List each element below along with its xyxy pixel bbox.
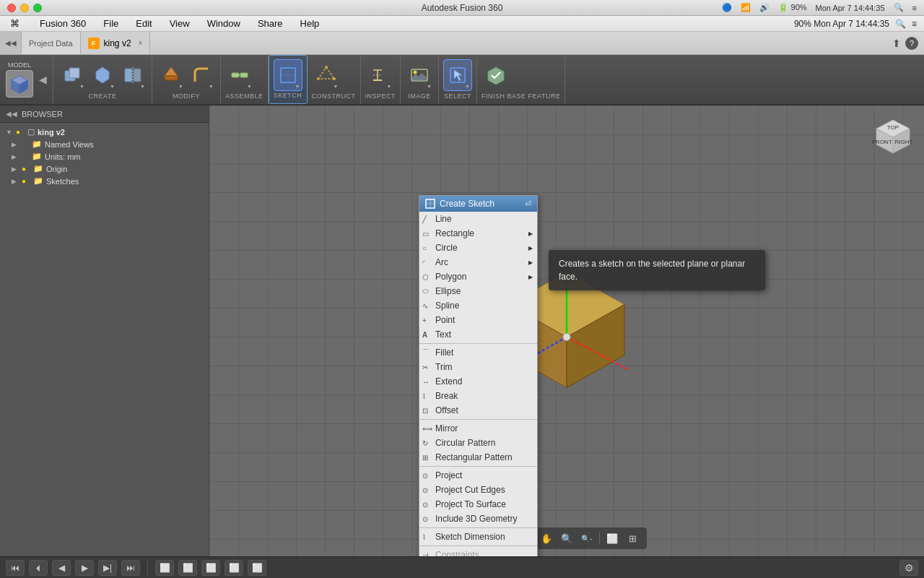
select-button[interactable]: ▼ xyxy=(443,59,472,91)
menu-item-text[interactable]: A Text xyxy=(419,327,537,342)
menu-item-sketch-dimension[interactable]: ⌇ Sketch Dimension xyxy=(419,530,537,544)
finish-base-feature-button[interactable] xyxy=(481,59,510,91)
menu-item-spline[interactable]: ∿ Spline xyxy=(419,298,537,313)
menu-item-rectangular-pattern[interactable]: ⊞ Rectangular Pattern xyxy=(419,450,537,465)
tree-item-origin[interactable]: ▶ ● 📁 Origin xyxy=(0,163,209,175)
point-icon: + xyxy=(422,316,427,324)
search-icon[interactable]: 🔍 xyxy=(894,3,904,12)
create-body-button[interactable]: ▼ xyxy=(88,59,117,91)
modify-presspull-button[interactable]: ▼ xyxy=(157,59,186,91)
expand-icon[interactable]: ⬆ xyxy=(892,38,901,49)
viewport-zoom-out-button[interactable]: 🔍- xyxy=(578,530,596,546)
sidebar-toggle-button[interactable]: ◀◀ xyxy=(0,32,22,54)
menu-item-polygon[interactable]: ⬡ Polygon xyxy=(419,269,537,284)
menu-window[interactable]: Window xyxy=(204,17,243,30)
inspect-button[interactable]: ▼ xyxy=(365,59,394,91)
status-icon2[interactable]: ⬜ xyxy=(178,560,197,576)
tree-item-units[interactable]: ▶ 📁 Units: mm xyxy=(0,150,209,163)
model-button[interactable] xyxy=(6,70,33,98)
menu-fusion360[interactable]: Fusion 360 xyxy=(37,17,89,30)
project-icon: ⊙ xyxy=(422,472,428,480)
menu-item-line[interactable]: ╱ Line xyxy=(419,212,537,226)
status-icon5[interactable]: ⬜ xyxy=(248,560,266,576)
construct-button[interactable]: ▼ xyxy=(312,59,341,91)
status-icon4[interactable]: ⬜ xyxy=(225,560,243,576)
menu-item-include-3d-geometry[interactable]: ⊙ Include 3D Geometry xyxy=(419,512,537,526)
traffic-lights xyxy=(7,4,42,12)
settings-button[interactable]: ⚙ xyxy=(899,560,918,576)
circle-icon: ○ xyxy=(422,244,427,252)
menu-item-project-to-surface[interactable]: ⊙ Project To Surface xyxy=(419,497,537,512)
status-icon3[interactable]: ⬜ xyxy=(201,560,220,576)
king-v2-tab[interactable]: F king v2 × xyxy=(81,32,151,54)
apple-menu[interactable]: ⌘ xyxy=(7,17,22,30)
create-component-button[interactable]: ▼ xyxy=(58,59,87,91)
menu-edit[interactable]: Edit xyxy=(133,17,154,30)
menu-help[interactable]: Help xyxy=(297,17,323,30)
sidebar: ◀◀ BROWSER ▼ ● ▢ king v2 ▶ 📁 Named Views… xyxy=(0,105,209,556)
visibility-icon[interactable]: ● xyxy=(22,177,32,185)
menu-item-trim[interactable]: ✂ Trim xyxy=(419,360,537,374)
viewport[interactable]: TOP FRONT RIGHT ⊕ ⧉ ✋ 🔍 🔍- ⬜ ⊞ xyxy=(209,105,924,556)
viewport-display-button[interactable]: ⬜ xyxy=(603,530,622,546)
svg-point-28 xyxy=(414,71,417,74)
left-panel-toggle[interactable]: ◀ xyxy=(39,74,47,85)
tree-item-king-v2[interactable]: ▼ ● ▢ king v2 xyxy=(0,126,209,138)
viewport-grid-button[interactable]: ⊞ xyxy=(623,530,642,546)
play-first-button[interactable]: ⏮ xyxy=(6,560,25,576)
menu-item-ellipse[interactable]: ⬭ Ellipse xyxy=(419,284,537,298)
minimize-button[interactable] xyxy=(20,4,29,12)
fullscreen-button[interactable] xyxy=(33,4,42,12)
menu-item-circular-pattern[interactable]: ↻ Circular Pattern xyxy=(419,436,537,450)
modify-fillet-button[interactable]: ▼ xyxy=(187,59,216,91)
menu-view[interactable]: View xyxy=(167,17,193,30)
tree-item-named-views[interactable]: ▶ 📁 Named Views xyxy=(0,138,209,150)
visibility-icon[interactable]: ● xyxy=(22,165,32,173)
menu-share[interactable]: Share xyxy=(255,17,286,30)
search-icon[interactable]: 🔍 xyxy=(895,19,906,29)
menu-item-project[interactable]: ⊙ Project xyxy=(419,468,537,483)
menu-item-label: Trim xyxy=(435,362,453,372)
menu-item-circle[interactable]: ○ Circle xyxy=(419,241,537,255)
menu-item-point[interactable]: + Point xyxy=(419,313,537,327)
play-prev-frame-button[interactable]: ◀ xyxy=(52,560,71,576)
tree-item-label: king v2 xyxy=(38,128,65,137)
project-data-tab[interactable]: Project Data xyxy=(22,32,81,54)
menu-item-project-cut-edges[interactable]: ⊙ Project Cut Edges xyxy=(419,483,537,497)
tab-close-button[interactable]: × xyxy=(139,39,143,47)
menu-item-extend[interactable]: ↔ Extend xyxy=(419,374,537,389)
view-cube[interactable]: TOP FRONT RIGHT xyxy=(868,111,918,169)
tree-item-sketches[interactable]: ▶ ● 📁 Sketches xyxy=(0,175,209,187)
status-icon1[interactable]: ⬜ xyxy=(155,560,174,576)
menu-item-arc[interactable]: ◜ Arc xyxy=(419,255,537,269)
menu-header[interactable]: Create Sketch ⏎ xyxy=(419,196,537,212)
tree-item-label: Named Views xyxy=(45,140,94,149)
constraints-icon: ⊣ xyxy=(422,551,429,557)
viewport-zoom-in-button[interactable]: 🔍 xyxy=(557,530,576,546)
menu-item-break[interactable]: ⌇ Break xyxy=(419,389,537,403)
menubar-hamburger-icon[interactable]: ≡ xyxy=(912,19,917,29)
help-icon[interactable]: ? xyxy=(905,37,918,50)
menu-icon[interactable]: ≡ xyxy=(912,4,917,12)
svg-point-20 xyxy=(333,77,336,80)
menu-item-offset[interactable]: ⊡ Offset xyxy=(419,403,537,418)
menu-item-rectangle[interactable]: ▭ Rectangle xyxy=(419,226,537,241)
sketch-button[interactable]: ▼ xyxy=(274,59,302,91)
svg-point-21 xyxy=(317,77,320,80)
visibility-icon[interactable]: ● xyxy=(16,128,26,136)
menu-item-label: Point xyxy=(435,315,455,325)
viewport-orbit-button[interactable]: ✋ xyxy=(537,530,556,546)
sidebar-collapse-button[interactable]: ◀◀ xyxy=(6,110,17,118)
play-prev-button[interactable]: ⏴ xyxy=(29,560,48,576)
create-mirror-button[interactable]: ▼ xyxy=(118,59,147,91)
play-next-frame-button[interactable]: ▶| xyxy=(98,560,117,576)
close-button[interactable] xyxy=(7,4,16,12)
play-last-button[interactable]: ⏭ xyxy=(121,560,140,576)
image-button[interactable]: ▼ xyxy=(405,59,434,91)
menu-item-fillet[interactable]: ⌒ Fillet xyxy=(419,345,537,360)
menu-item-mirror[interactable]: ⟺ Mirror xyxy=(419,421,537,436)
menu-file[interactable]: File xyxy=(100,17,121,30)
play-button[interactable]: ▶ xyxy=(75,560,94,576)
assemble-joint-button[interactable]: ▼ xyxy=(225,59,254,91)
tooltip-text: Creates a sketch on the selected plane o… xyxy=(559,259,745,282)
